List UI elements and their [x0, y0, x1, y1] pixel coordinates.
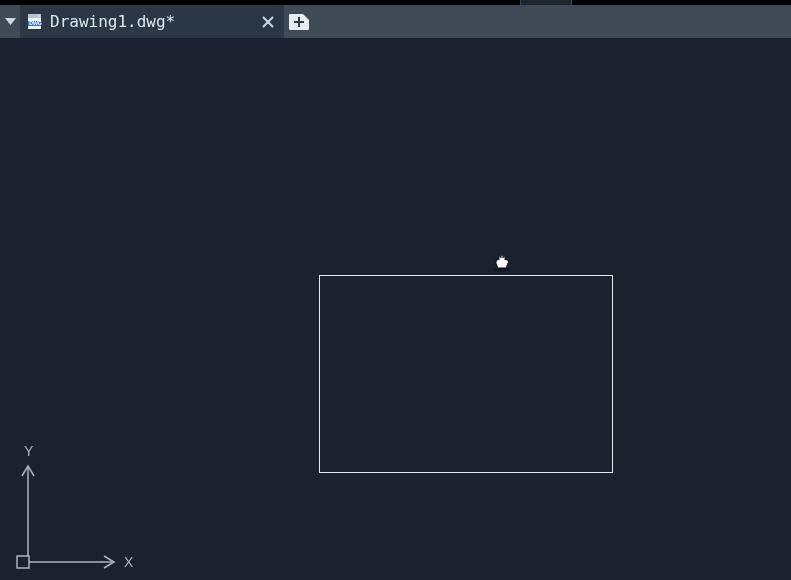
app-root: DWG Drawing1.dwg*	[0, 0, 791, 580]
svg-text:DWG: DWG	[29, 20, 42, 26]
svg-point-8	[494, 268, 510, 272]
tab-close-button[interactable]	[258, 16, 278, 28]
ucs-y-label: Y	[24, 443, 34, 459]
dwg-file-icon: DWG	[26, 13, 44, 31]
document-tabbar: DWG Drawing1.dwg*	[0, 5, 791, 38]
ucs-axis-indicator: Y X	[10, 436, 150, 576]
close-icon	[262, 16, 274, 28]
svg-rect-9	[17, 556, 29, 568]
svg-marker-0	[5, 18, 16, 25]
ucs-x-label: X	[124, 554, 134, 570]
chevron-down-icon	[5, 18, 16, 26]
tabbar-dropdown-button[interactable]	[0, 5, 20, 38]
pan-hand-cursor	[492, 254, 514, 272]
tab-title: Drawing1.dwg*	[50, 12, 258, 31]
drawing-canvas[interactable]: Y X	[0, 38, 791, 580]
new-tab-plus-icon	[289, 14, 309, 30]
new-tab-button[interactable]	[284, 5, 314, 38]
rectangle-shape[interactable]	[319, 275, 613, 473]
tab-active[interactable]: DWG Drawing1.dwg*	[20, 5, 284, 38]
